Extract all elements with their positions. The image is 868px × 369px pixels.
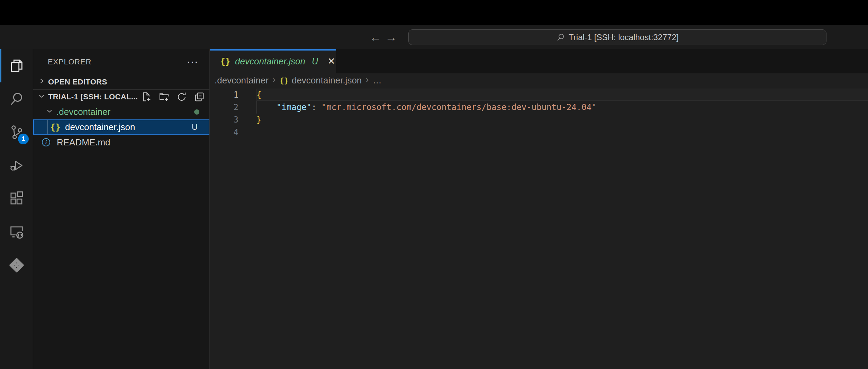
json-file-icon: {} [220, 56, 230, 66]
folder-name: .devcontainer [56, 107, 110, 117]
close-icon[interactable]: ✕ [327, 57, 335, 66]
code-line-4 [256, 126, 868, 138]
workspace-actions [141, 91, 207, 103]
activity-search-button[interactable] [0, 82, 33, 116]
git-modified-dot-icon [194, 109, 199, 115]
indent-token [256, 102, 277, 112]
colon-token: : [311, 102, 322, 112]
command-center-search[interactable]: Trial-1 [SSH: localhost:32772] [408, 29, 826, 45]
activity-explorer-button[interactable] [0, 49, 33, 82]
refresh-icon[interactable] [176, 91, 188, 103]
info-file-icon: i [42, 138, 50, 146]
open-brace-token: { [256, 90, 261, 100]
breadcrumb-folder[interactable]: .devcontainer [215, 75, 269, 86]
remote-diamond-icon [8, 257, 25, 273]
info-i-glyph: i [45, 140, 47, 145]
code-line-2: "image": "mcr.microsoft.com/devcontainer… [256, 101, 868, 114]
chevron-right-icon [38, 76, 45, 87]
navigate-back-button[interactable]: ← [368, 25, 383, 49]
code-line-1: { [256, 89, 868, 101]
workbench: 1 [0, 49, 868, 369]
activity-source-control-button[interactable]: 1 [0, 116, 33, 149]
more-actions-icon[interactable]: ⋯ [187, 58, 199, 65]
activity-remote-explorer-button[interactable] [0, 215, 33, 249]
json-string-token: "mcr.microsoft.com/devcontainers/base:de… [322, 102, 597, 112]
new-folder-icon[interactable] [158, 91, 170, 103]
arrow-left-icon: ← [370, 30, 381, 44]
tree-indent-guide [47, 120, 48, 134]
file-name: devcontainer.json [65, 122, 135, 133]
file-name: README.md [57, 137, 110, 148]
arrow-right-icon: → [385, 30, 397, 44]
workspace-label: TRIAL-1 [SSH: LOCAL... [48, 92, 138, 101]
git-untracked-badge: U [192, 122, 209, 132]
debug-icon [9, 158, 25, 173]
tab-label: devcontainer.json [235, 56, 305, 67]
source-control-badge: 1 [18, 134, 29, 144]
line-number: 1 [210, 89, 238, 101]
breadcrumb-file[interactable]: devcontainer.json [292, 75, 362, 86]
activity-bar: 1 [0, 49, 33, 369]
close-brace-token: } [256, 115, 261, 125]
sidebar-header: EXPLORER ⋯ [33, 49, 209, 74]
json-file-icon: {} [279, 76, 289, 85]
line-number: 2 [210, 101, 238, 114]
json-key-token: "image" [277, 102, 311, 112]
activity-extensions-button[interactable] [0, 182, 33, 215]
search-icon [556, 33, 565, 42]
files-icon [9, 58, 25, 74]
tree-item-readme-md[interactable]: i README.md [33, 135, 209, 150]
activity-remote-targets-button[interactable] [0, 249, 33, 282]
chevron-right-icon: › [272, 74, 276, 87]
remote-explorer-icon [9, 224, 25, 240]
collapse-all-icon[interactable] [193, 91, 205, 103]
navigate-forward-button[interactable]: → [384, 25, 398, 49]
tab-git-untracked-badge: U [312, 56, 318, 66]
line-number-gutter: 1 2 3 4 [210, 89, 256, 138]
sidebar-title: EXPLORER [48, 57, 91, 66]
workspace-section-header[interactable]: TRIAL-1 [SSH: LOCAL... [33, 90, 209, 104]
chevron-down-icon [38, 92, 45, 102]
open-editors-label: OPEN EDITORS [48, 78, 107, 87]
tree-item-devcontainer-json[interactable]: {} devcontainer.json U [33, 119, 209, 135]
activity-run-debug-button[interactable] [0, 149, 33, 182]
tab-devcontainer-json[interactable]: {} devcontainer.json U ✕ [210, 49, 336, 73]
editor-group: {} devcontainer.json U ✕ .devcontainer ›… [210, 49, 868, 369]
macos-fullscreen-strip [0, 0, 868, 25]
window-title: Trial-1 [SSH: localhost:32772] [569, 33, 679, 42]
code-editor[interactable]: 1 2 3 4 { "image": "mcr.microsoft.com/de… [210, 87, 868, 369]
vscode-window: ← → Trial-1 [SSH: localhost:32772] [0, 0, 868, 369]
breadcrumb-symbol-more[interactable]: … [373, 75, 382, 86]
open-editors-section-header[interactable]: OPEN EDITORS [33, 74, 209, 89]
tree-item-devcontainer-folder[interactable]: .devcontainer [33, 104, 209, 119]
tab-bar: {} devcontainer.json U ✕ [210, 49, 868, 73]
code-content: { "image": "mcr.microsoft.com/devcontain… [256, 89, 868, 138]
line-number: 4 [210, 126, 238, 138]
chevron-right-icon: › [365, 74, 369, 87]
title-bar: ← → Trial-1 [SSH: localhost:32772] [0, 25, 868, 49]
search-icon [9, 91, 25, 107]
breadcrumbs: .devcontainer › {} devcontainer.json › … [210, 73, 868, 87]
new-file-icon[interactable] [141, 91, 152, 103]
json-file-icon: {} [50, 122, 61, 132]
explorer-sidebar: EXPLORER ⋯ OPEN EDITORS TRIAL-1 [SSH: LO… [33, 49, 210, 369]
chevron-down-icon [46, 107, 53, 117]
code-line-3: } [256, 114, 868, 126]
line-number: 3 [210, 114, 238, 126]
extensions-icon [9, 191, 25, 207]
